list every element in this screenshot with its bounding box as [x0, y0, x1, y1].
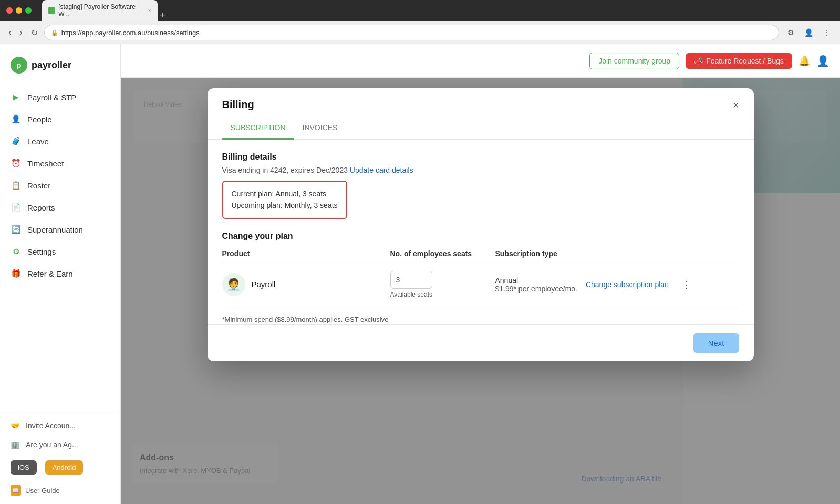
sidebar-bottom: 🤝 Invite Accoun... 🏢 Are you an Ag... iO… [0, 412, 120, 504]
product-cell: 🧑‍💼 Payroll [222, 273, 390, 296]
timesheet-icon: ⏰ [11, 159, 21, 168]
sidebar-item-label: Roster [27, 181, 50, 190]
sidebar-item-invite[interactable]: 🤝 Invite Accoun... [0, 416, 120, 435]
refresh-button[interactable]: ↻ [29, 26, 40, 40]
agent-icon: 🏢 [11, 440, 19, 449]
app-header: Join community group 📣 Feature Request /… [121, 44, 840, 78]
sidebar-item-label: Settings [27, 247, 56, 256]
logo-icon: p [11, 57, 27, 74]
minimize-traffic-light[interactable] [16, 7, 22, 14]
tab-subscription[interactable]: SUBSCRIPTION [222, 117, 294, 140]
user-guide-label: User Guide [25, 487, 60, 495]
ios-button[interactable]: iOS [11, 460, 37, 475]
close-traffic-light[interactable] [6, 7, 13, 14]
col-header-product: Product [222, 249, 390, 258]
sidebar-item-people[interactable]: 👤 People [0, 108, 120, 130]
sidebar-item-label: Superannuation [27, 225, 83, 234]
sidebar-item-label: Reports [27, 203, 55, 212]
seats-input-wrap: Available seats [390, 271, 495, 298]
sidebar-item-settings[interactable]: ⚙ Settings [0, 240, 120, 262]
payroll-icon: ▶ [11, 92, 21, 102]
browser-titlebar: [staging] Payroller Software W... × + [0, 0, 840, 21]
sidebar-item-label: People [27, 115, 52, 124]
product-avatar: 🧑‍💼 [222, 273, 245, 296]
community-button[interactable]: Join community group [589, 52, 679, 69]
sidebar: p payroller ▶ Payroll & STP 👤 People 🧳 L… [0, 44, 121, 504]
row-more-button[interactable]: ⋮ [677, 277, 695, 292]
invite-icon: 🤝 [11, 422, 19, 430]
page-content: Helpful Video Add-ons Integrate with Xer… [121, 78, 840, 504]
sidebar-item-leave[interactable]: 🧳 Leave [0, 130, 120, 152]
sidebar-nav: ▶ Payroll & STP 👤 People 🧳 Leave ⏰ Times… [0, 82, 120, 412]
sidebar-item-refer[interactable]: 🎁 Refer & Earn [0, 262, 120, 285]
plan-info-box: Current plan: Annual, 3 seats Upcoming p… [222, 181, 347, 219]
user-menu-button[interactable]: 👤 [816, 55, 829, 67]
tab-close-button[interactable]: × [148, 7, 151, 14]
leave-icon: 🧳 [11, 136, 21, 146]
billing-card-info: Visa ending in 4242, expires Dec/2023 Up… [222, 166, 739, 174]
sidebar-item-superannuation[interactable]: 🔄 Superannuation [0, 218, 120, 240]
col-header-seats: No. of employees seats [390, 249, 495, 258]
sidebar-item-roster[interactable]: 📋 Roster [0, 174, 120, 196]
feature-btn-label: Feature Request / Bugs [706, 57, 784, 65]
browser-toolbar-icons: ⚙ 👤 ⋮ [783, 25, 834, 40]
forward-button[interactable]: › [17, 26, 24, 39]
extensions-icon[interactable]: ⚙ [783, 25, 798, 40]
active-browser-tab[interactable]: [staging] Payroller Software W... × [42, 0, 158, 21]
subscription-type: Annual [495, 276, 577, 285]
sidebar-item-label: Timesheet [27, 159, 64, 168]
change-subscription-link[interactable]: Change subscription plan [586, 280, 669, 289]
tab-invoices[interactable]: INVOICES [294, 117, 346, 140]
card-info-text: Visa ending in 4242, expires Dec/2023 [222, 166, 350, 174]
user-guide-icon: 📖 [11, 485, 21, 496]
upcoming-plan-text: Upcoming plan: Monthly, 3 seats [232, 200, 338, 211]
address-bar[interactable]: 🔒 https://app.payroller.com.au/business/… [44, 25, 779, 40]
update-card-link[interactable]: Update card details [350, 166, 413, 174]
product-name: Payroll [252, 280, 276, 289]
new-tab-button[interactable]: + [160, 10, 165, 21]
maximize-traffic-light[interactable] [25, 7, 32, 14]
browser-tabs: [staging] Payroller Software W... × + [42, 0, 834, 21]
main-content: Join community group 📣 Feature Request /… [121, 44, 840, 504]
traffic-lights [6, 7, 32, 14]
next-button[interactable]: Next [693, 333, 739, 353]
user-guide-link[interactable]: 📖 User Guide [0, 481, 120, 500]
people-icon: 👤 [11, 114, 21, 124]
modal-overlay: Billing × SUBSCRIPTION INVOICES Billing … [121, 78, 840, 504]
android-button[interactable]: Android [45, 460, 84, 475]
min-spend-note: *Minimum spend ($8.99/month) applies. GS… [222, 316, 739, 323]
sidebar-item-timesheet[interactable]: ⏰ Timesheet [0, 152, 120, 174]
app-container: p payroller ▶ Payroll & STP 👤 People 🧳 L… [0, 44, 840, 504]
feature-request-button[interactable]: 📣 Feature Request / Bugs [686, 53, 792, 69]
browser-chrome: [staging] Payroller Software W... × + ‹ … [0, 0, 840, 44]
logo-text: payroller [32, 60, 71, 71]
sidebar-item-label: Refer & Earn [27, 269, 73, 278]
refer-icon: 🎁 [11, 269, 21, 278]
modal-close-button[interactable]: × [733, 100, 739, 110]
col-header-subscription: Subscription type [495, 249, 739, 258]
seats-input[interactable] [390, 271, 432, 289]
app-buttons: iOS Android [0, 454, 120, 481]
back-button[interactable]: ‹ [6, 26, 13, 39]
sidebar-item-label: Payroll & STP [27, 93, 76, 102]
sidebar-logo: p payroller [0, 48, 120, 82]
subscription-price: $1.99* per employee/mo. [495, 285, 577, 293]
sidebar-item-payroll[interactable]: ▶ Payroll & STP [0, 86, 120, 108]
available-seats-label: Available seats [390, 291, 495, 298]
invite-label: Invite Accoun... [26, 422, 76, 430]
plan-table-header: Product No. of employees seats Subscript… [222, 249, 739, 262]
modal-tabs: SUBSCRIPTION INVOICES [208, 117, 754, 140]
billing-section-title: Billing details [222, 152, 739, 162]
tab-favicon [48, 7, 55, 14]
tab-label: [staging] Payroller Software W... [58, 3, 142, 18]
reports-icon: 📄 [11, 203, 21, 212]
more-options-icon[interactable]: ⋮ [819, 25, 834, 40]
modal-header: Billing × [208, 88, 754, 111]
megaphone-icon: 📣 [694, 57, 703, 65]
sidebar-item-agent[interactable]: 🏢 Are you an Ag... [0, 435, 120, 454]
profile-icon[interactable]: 👤 [801, 25, 816, 40]
sidebar-item-label: Leave [27, 137, 49, 146]
notifications-button[interactable]: 🔔 [798, 55, 810, 67]
modal-title: Billing [222, 99, 254, 111]
sidebar-item-reports[interactable]: 📄 Reports [0, 196, 120, 218]
